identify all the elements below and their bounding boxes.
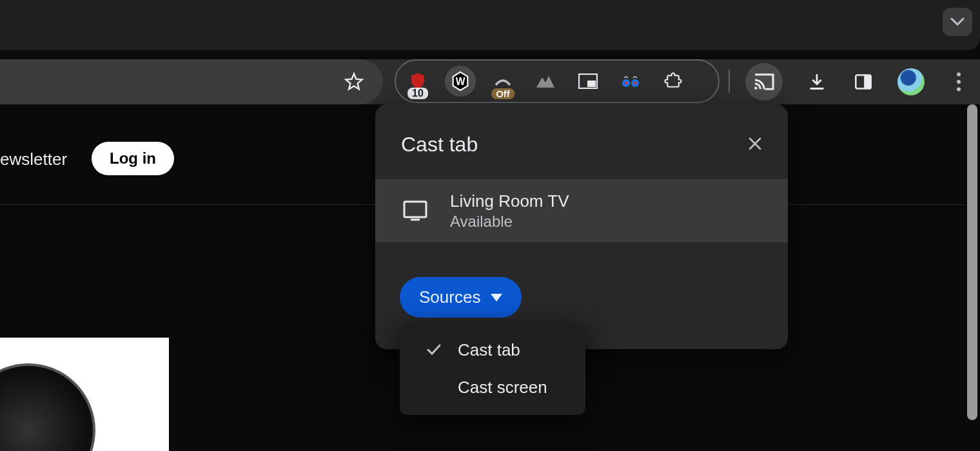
- menu-item-label: Cast screen: [458, 378, 547, 398]
- chrome-menu-button[interactable]: [940, 63, 977, 101]
- svg-rect-2: [587, 81, 596, 87]
- toolbar-divider: [729, 70, 730, 93]
- svg-point-6: [634, 82, 636, 84]
- cast-device-item[interactable]: Living Room TV Available: [375, 179, 788, 242]
- extension-vpn[interactable]: [530, 66, 561, 97]
- extension-goggles[interactable]: [615, 66, 646, 97]
- extension-pip[interactable]: [573, 66, 603, 97]
- side-panel-button[interactable]: [845, 63, 882, 101]
- tv-icon: [402, 200, 428, 222]
- avatar-icon: [897, 68, 925, 95]
- svg-point-10: [957, 72, 961, 76]
- svg-text:W: W: [456, 76, 466, 87]
- puzzle-icon: [663, 72, 683, 91]
- svg-point-7: [754, 87, 757, 90]
- product-image: [0, 338, 169, 451]
- extensions-container: 10 W Off: [395, 59, 720, 103]
- cast-button[interactable]: [745, 63, 783, 101]
- menu-item-label: Cast tab: [458, 340, 520, 360]
- address-bar[interactable]: [0, 59, 383, 104]
- svg-rect-9: [864, 75, 871, 89]
- cast-close-button[interactable]: [741, 130, 769, 157]
- svg-point-12: [957, 88, 961, 91]
- extensions-menu-button[interactable]: [658, 66, 689, 97]
- window-titlebar: [0, 0, 980, 50]
- vertical-scrollbar[interactable]: [967, 104, 977, 420]
- downloads-button[interactable]: [798, 63, 836, 101]
- extension-ublock[interactable]: 10: [402, 66, 433, 97]
- menu-item-cast-screen[interactable]: Cast screen: [400, 369, 585, 406]
- menu-item-cast-tab[interactable]: Cast tab: [400, 331, 585, 369]
- side-panel-icon: [854, 73, 872, 90]
- svg-point-5: [625, 82, 627, 84]
- download-icon: [808, 72, 826, 91]
- extension-shield[interactable]: W: [445, 66, 476, 97]
- extension-badge: Off: [491, 88, 514, 99]
- arc-icon: [493, 75, 513, 88]
- check-icon: [426, 343, 442, 356]
- chevron-down-icon: [950, 17, 965, 26]
- bookmark-button[interactable]: [337, 64, 371, 99]
- cast-device-name: Living Room TV: [450, 191, 569, 211]
- pip-icon: [578, 73, 598, 89]
- dropdown-triangle-icon: [491, 294, 502, 302]
- close-icon: [747, 136, 763, 151]
- sources-menu: Cast tab Cast screen: [400, 322, 585, 415]
- cast-icon: [753, 73, 775, 91]
- mountain-icon: [535, 73, 556, 89]
- profile-avatar-button[interactable]: [892, 63, 930, 101]
- svg-rect-13: [404, 202, 426, 217]
- kebab-icon: [956, 72, 961, 91]
- extension-arc[interactable]: Off: [487, 66, 518, 97]
- cast-device-status: Available: [450, 213, 569, 231]
- cast-device-info: Living Room TV Available: [450, 191, 569, 231]
- cast-dialog-title: Cast tab: [401, 133, 478, 157]
- svg-point-11: [957, 80, 961, 84]
- hexagon-icon: W: [449, 70, 471, 92]
- star-icon: [344, 72, 364, 92]
- goggles-icon: [620, 74, 642, 88]
- cast-dialog: Cast tab Living Room TV Available Source…: [375, 104, 788, 349]
- extension-badge: 10: [407, 88, 428, 99]
- collapse-chevron-button[interactable]: [943, 8, 972, 36]
- login-button[interactable]: Log in: [92, 142, 174, 175]
- sources-label: Sources: [419, 287, 480, 307]
- sources-dropdown-button[interactable]: Sources: [400, 277, 522, 318]
- newsletter-link[interactable]: ewsletter: [0, 149, 67, 169]
